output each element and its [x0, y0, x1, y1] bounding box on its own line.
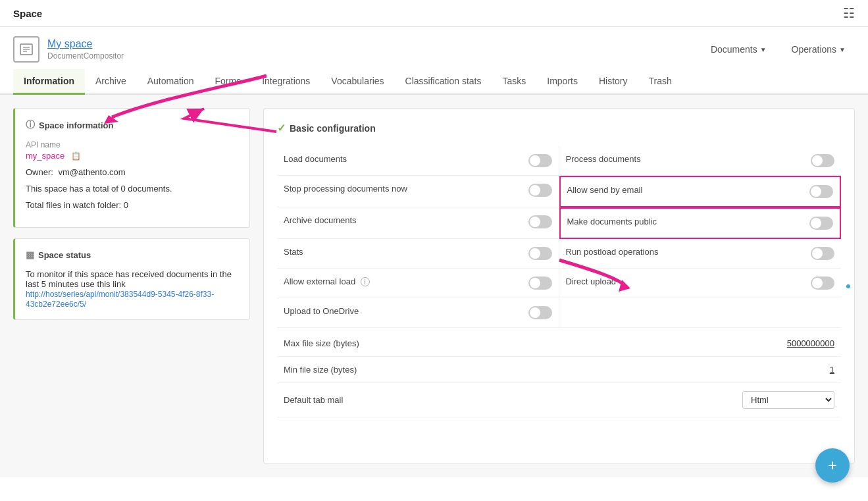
toggle-slider: [528, 184, 552, 197]
min-file-size-value: 1: [830, 365, 834, 375]
api-name-label: API name: [26, 140, 239, 149]
tab-vocabularies[interactable]: Vocabularies: [320, 69, 394, 95]
documents-button[interactable]: Documents ▼: [702, 40, 776, 59]
config-empty-cell: [559, 298, 842, 328]
tab-classification-stats[interactable]: Classification stats: [395, 69, 492, 95]
right-panel: ✓ Basic configuration Load documents Pro…: [263, 108, 855, 464]
tab-trash[interactable]: Trash: [638, 69, 682, 95]
config-direct-upload: Direct upload: [559, 269, 842, 298]
tab-bar: Information Archive Automation Forms Int…: [0, 69, 868, 95]
tab-history[interactable]: History: [588, 69, 638, 95]
allow-external-load-label: Allow external load i: [284, 277, 522, 286]
chart-icon: ▩: [26, 250, 34, 260]
owner-value: Owner: vm@athento.com: [26, 167, 239, 177]
toggle-slider: [528, 277, 552, 290]
owner-row: Owner: vm@athento.com: [26, 167, 239, 177]
scroll-indicator: [846, 284, 850, 288]
config-stats: Stats: [277, 239, 559, 269]
toggle-slider: [528, 154, 552, 167]
config-make-docs-public: Make documents public: [559, 207, 842, 239]
config-load-documents: Load documents: [277, 146, 559, 176]
tab-automation[interactable]: Automation: [137, 69, 205, 95]
main-content: ⓘ Space information API name my_space 📋 …: [0, 95, 868, 477]
status-description: To monitor if this space has received do…: [26, 269, 239, 309]
tab-integrations[interactable]: Integrations: [251, 69, 320, 95]
info-icon: ⓘ: [26, 119, 35, 131]
config-stop-processing: Stop processing documents now: [277, 176, 559, 207]
allow-send-email-toggle[interactable]: [809, 185, 833, 198]
documents-count: This space has a total of 0 documents.: [26, 184, 239, 194]
toggle-slider: [528, 247, 552, 260]
copy-icon[interactable]: 📋: [71, 151, 81, 161]
toggle-slider: [811, 247, 834, 260]
config-grid: Load documents Process documents Stop pr…: [277, 146, 841, 328]
top-bar: Space ☷: [0, 0, 868, 27]
tab-information[interactable]: Information: [13, 69, 85, 95]
load-documents-toggle[interactable]: [528, 154, 552, 167]
fab-add-button[interactable]: +: [815, 448, 850, 477]
default-tab-mail-row: Default tab mail Html Text: [277, 383, 841, 417]
user-settings-icon[interactable]: ☷: [843, 5, 855, 21]
config-allow-send-email: Allow send by email: [559, 176, 842, 207]
header-actions: Documents ▼ Operations ▼: [702, 40, 855, 59]
stop-processing-toggle[interactable]: [528, 184, 552, 197]
documents-count-row: This space has a total of 0 documents.: [26, 184, 239, 194]
run-postload-label: Run postload operations: [566, 247, 805, 257]
space-identity: My space DocumentCompositor: [13, 36, 124, 63]
stats-label: Stats: [284, 247, 522, 257]
space-status-card-title: ▩ Space status: [26, 250, 239, 260]
page-title: Space: [13, 8, 42, 19]
stop-processing-label: Stop processing documents now: [284, 184, 522, 194]
chevron-down-icon: ▼: [760, 46, 767, 53]
space-info-card-title: ⓘ Space information: [26, 119, 239, 131]
space-name-group: My space DocumentCompositor: [47, 38, 124, 61]
tab-imports[interactable]: Imports: [536, 69, 588, 95]
default-tab-mail-label: Default tab mail: [284, 395, 343, 405]
run-postload-toggle[interactable]: [811, 247, 834, 260]
space-status-card: ▩ Space status To monitor if this space …: [13, 238, 250, 320]
chevron-down-icon: ▼: [839, 46, 846, 53]
config-bottom: Max file size (bytes) 5000000000 Min fil…: [277, 330, 841, 417]
toggle-slider: [811, 277, 834, 290]
config-archive-documents: Archive documents: [277, 207, 559, 239]
tab-forms[interactable]: Forms: [205, 69, 252, 95]
api-name-row: API name my_space 📋: [26, 140, 239, 161]
tab-archive[interactable]: Archive: [85, 69, 137, 95]
toggle-slider: [528, 215, 552, 228]
config-allow-external-load: Allow external load i: [277, 269, 559, 298]
watch-folder-value: Total files in watch folder: 0: [26, 200, 239, 210]
tab-tasks[interactable]: Tasks: [492, 69, 536, 95]
min-file-size-row: Min file size (bytes) 1: [277, 357, 841, 383]
load-documents-label: Load documents: [284, 154, 522, 164]
process-documents-label: Process documents: [566, 154, 805, 164]
watch-folder-row: Total files in watch folder: 0: [26, 200, 239, 210]
max-file-size-row: Max file size (bytes) 5000000000: [277, 330, 841, 357]
toggle-slider: [809, 185, 833, 198]
stats-toggle[interactable]: [528, 247, 552, 260]
make-docs-public-toggle[interactable]: [809, 217, 833, 230]
upload-onedrive-toggle[interactable]: [528, 306, 552, 319]
toggle-slider: [528, 306, 552, 319]
toggle-slider: [809, 217, 833, 230]
process-documents-toggle[interactable]: [811, 154, 834, 167]
info-tooltip-icon[interactable]: i: [361, 277, 370, 286]
space-info-card: ⓘ Space information API name my_space 📋 …: [13, 108, 250, 228]
space-icon: [13, 36, 39, 63]
upload-onedrive-label: Upload to OneDrive: [284, 306, 522, 316]
space-subtitle: DocumentCompositor: [47, 51, 124, 61]
direct-upload-toggle[interactable]: [811, 277, 834, 290]
default-tab-mail-select[interactable]: Html Text: [742, 391, 834, 409]
space-name-link[interactable]: My space: [47, 38, 124, 50]
monitor-link[interactable]: http://host/series/api/monit/383544d9-53…: [26, 290, 214, 309]
max-file-size-label: Max file size (bytes): [284, 338, 359, 348]
allow-send-email-label: Allow send by email: [567, 185, 804, 195]
archive-documents-toggle[interactable]: [528, 215, 552, 228]
make-docs-public-label: Make documents public: [567, 217, 804, 226]
check-circle-icon: ✓: [277, 122, 286, 134]
left-panel: ⓘ Space information API name my_space 📋 …: [13, 108, 250, 464]
archive-documents-label: Archive documents: [284, 215, 522, 225]
api-name-value: my_space 📋: [26, 151, 239, 161]
operations-button[interactable]: Operations ▼: [782, 40, 855, 59]
direct-upload-label: Direct upload: [566, 277, 805, 286]
allow-external-load-toggle[interactable]: [528, 277, 552, 290]
